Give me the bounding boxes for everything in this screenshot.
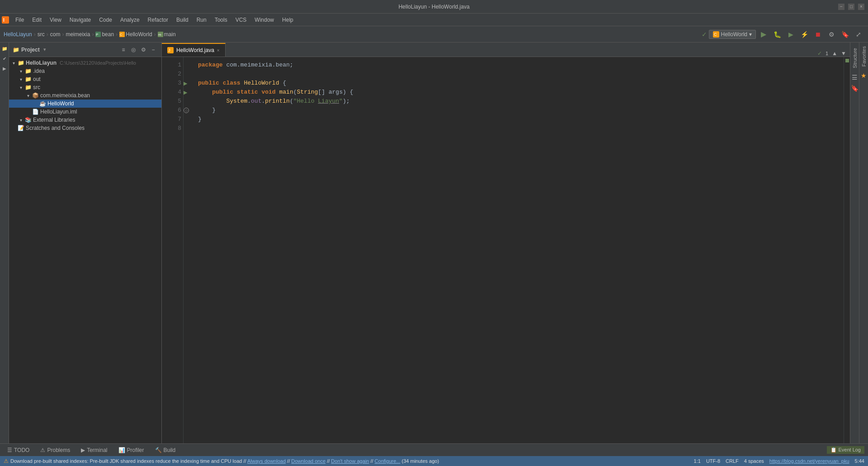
star-icon[interactable]: ★ — [859, 70, 868, 81]
structure-label[interactable]: Structure — [851, 44, 859, 72]
tree-item-external-libs[interactable]: ▾ 📚 External Libraries — [9, 116, 161, 124]
tab-close-button[interactable]: × — [217, 48, 220, 53]
gutter-7 — [184, 115, 193, 124]
right-gutter — [844, 57, 850, 443]
menu-tools[interactable]: Tools — [211, 15, 231, 25]
download-once-link[interactable]: Download once — [291, 458, 326, 464]
tree-arrow-project: ▾ — [11, 61, 16, 66]
menu-help[interactable]: Help — [278, 15, 297, 25]
breadcrumb-bean[interactable]: P bean — [95, 31, 114, 38]
breadcrumb-method[interactable]: m main — [158, 31, 176, 38]
locate-button[interactable]: ◎ — [129, 45, 138, 54]
maximize-editor-button[interactable]: ⤢ — [853, 29, 864, 40]
menu-vcs[interactable]: VCS — [232, 15, 250, 25]
tree-item-scratches[interactable]: 📝 Scratches and Consoles — [9, 124, 161, 132]
todo-icon: ☰ — [7, 447, 12, 453]
tree-item-src[interactable]: ▾ 📁 src — [9, 83, 161, 91]
tree-item-project[interactable]: ▾ 📁 HelloLiayun C:\Users\32120\IdeaProje… — [9, 59, 161, 67]
tree-item-iml[interactable]: 📄 HelloLiayun.iml — [9, 108, 161, 116]
tree-arrow-idea: ▾ — [18, 69, 24, 74]
always-download-link[interactable]: Always download — [247, 458, 286, 464]
commit-icon[interactable]: ✔ — [0, 54, 9, 62]
line-numbers: 1 2 3 4 5 6 7 8 — [162, 57, 184, 443]
run-gutter-main-icon[interactable]: ▶ — [184, 88, 187, 97]
editor-check-icon: ✓ — [817, 50, 822, 57]
gutter-mark-1[interactable] — [845, 59, 849, 62]
bottom-tab-build[interactable]: 🔨 Build — [151, 445, 179, 455]
menu-view[interactable]: View — [46, 15, 65, 25]
bottom-tab-profiler[interactable]: 📊 Profiler — [115, 445, 148, 455]
bookmark-button[interactable]: 🔖 — [839, 29, 851, 40]
minimize-button[interactable]: − — [838, 4, 844, 10]
tree-label-project: HelloLiayun — [26, 60, 57, 66]
tree-item-package[interactable]: ▾ 📦 com.meimeixia.bean — [9, 91, 161, 100]
blog-link[interactable]: https://blog.csdn.net/yerenyuan_pku — [769, 458, 849, 464]
profile-button[interactable]: ⚡ — [798, 29, 810, 40]
tree-arrow-ext-libs: ▾ — [18, 118, 24, 123]
collapse-all-button[interactable]: ≡ — [119, 45, 128, 54]
run-gutter-class-icon[interactable]: ▶ — [184, 79, 187, 88]
gutter-6: ○ — [184, 106, 193, 115]
tree-arrow-src: ▾ — [18, 85, 24, 90]
configure-link[interactable]: Configure... — [375, 458, 401, 464]
java-file-icon: ☕ — [39, 100, 46, 107]
structure-icon[interactable]: ☰ — [850, 72, 859, 83]
tree-options-button[interactable]: ⚙ — [139, 45, 148, 54]
code-area[interactable]: package com.meimeixia.bean; public class… — [193, 57, 844, 443]
breadcrumb-meimeixia[interactable]: meimeixia — [66, 31, 90, 38]
tree-item-out[interactable]: ▾ 📁 out — [9, 75, 161, 83]
run-icon[interactable]: ▶ — [0, 64, 9, 72]
favorites-label[interactable]: Favorites — [860, 43, 868, 70]
project-panel: 📁 Project ▾ ≡ ◎ ⚙ − ▾ 📁 HelloLiayun C:\U… — [9, 43, 162, 443]
menu-edit[interactable]: Edit — [28, 15, 45, 25]
cursor-position[interactable]: 1:1 — [694, 458, 701, 464]
project-panel-dropdown[interactable]: ▾ — [43, 47, 46, 52]
gutter-5 — [184, 97, 193, 106]
code-line-7: } — [198, 115, 838, 124]
menu-analyze[interactable]: Analyze — [117, 15, 143, 25]
editor-scroll-up[interactable]: ▲ — [832, 50, 837, 57]
menu-file[interactable]: File — [12, 15, 28, 25]
run-button[interactable]: ▶ — [758, 29, 769, 40]
tree-item-helloworld[interactable]: ☕ HelloWorld — [9, 100, 161, 108]
code-line-1: package com.meimeixia.bean; — [198, 61, 838, 70]
bottom-tab-problems[interactable]: ⚠ Problems — [37, 445, 74, 455]
spaces-info[interactable]: 4 spaces — [744, 458, 764, 464]
menu-navigate[interactable]: Navigate — [66, 15, 94, 25]
editor-scroll-down[interactable]: ▼ — [841, 50, 846, 57]
debug-button[interactable]: 🐛 — [771, 29, 783, 40]
breadcrumb-com[interactable]: com — [50, 31, 61, 38]
close-panel-button[interactable]: − — [149, 45, 158, 54]
event-log-link[interactable]: 📋 Event Log — [827, 446, 864, 454]
menu-build[interactable]: Build — [173, 15, 192, 25]
close-button[interactable]: × — [858, 4, 864, 10]
settings-button[interactable]: ⚙ — [826, 29, 837, 40]
tree-path-project: C:\Users\32120\IdeaProjects\Hello — [60, 60, 136, 66]
tree-arrow-package: ▾ — [25, 93, 31, 98]
stop-button[interactable]: ⏹ — [812, 29, 824, 40]
menu-code[interactable]: Code — [95, 15, 116, 25]
tree-item-idea[interactable]: ▾ 📁 .idea — [9, 67, 161, 75]
clock: 5:44 — [855, 458, 864, 464]
breadcrumb-project[interactable]: HelloLiayun — [4, 31, 32, 38]
line-separator[interactable]: CRLF — [726, 458, 739, 464]
menu-window[interactable]: Window — [251, 15, 278, 25]
menu-run[interactable]: Run — [193, 15, 210, 25]
project-icon[interactable]: 📁 — [0, 44, 9, 52]
package-folder-icon: 📦 — [32, 92, 39, 99]
breakpoint-icon[interactable]: ○ — [184, 108, 189, 113]
bottom-tab-terminal[interactable]: ▶ Terminal — [77, 445, 111, 455]
bottom-tab-todo[interactable]: ☰ TODO — [4, 445, 33, 455]
editor-tab-helloworld[interactable]: J HelloWorld.java × — [162, 43, 226, 57]
breadcrumb-file[interactable]: C HelloWorld — [119, 31, 152, 38]
menu-refactor[interactable]: Refactor — [144, 15, 172, 25]
restore-button[interactable]: □ — [848, 4, 854, 10]
tree-arrow-out: ▾ — [18, 77, 24, 82]
encoding-info[interactable]: UTF-8 — [706, 458, 720, 464]
bottom-right-info: 📋 Event Log — [827, 446, 864, 454]
breadcrumb-src[interactable]: src — [38, 31, 45, 38]
run-config-dropdown[interactable]: C HelloWorld ▾ — [709, 30, 756, 39]
dont-show-link[interactable]: Don't show again — [331, 458, 369, 464]
coverage-button[interactable]: ▶ — [785, 29, 797, 40]
tree-label-src: src — [33, 84, 40, 90]
